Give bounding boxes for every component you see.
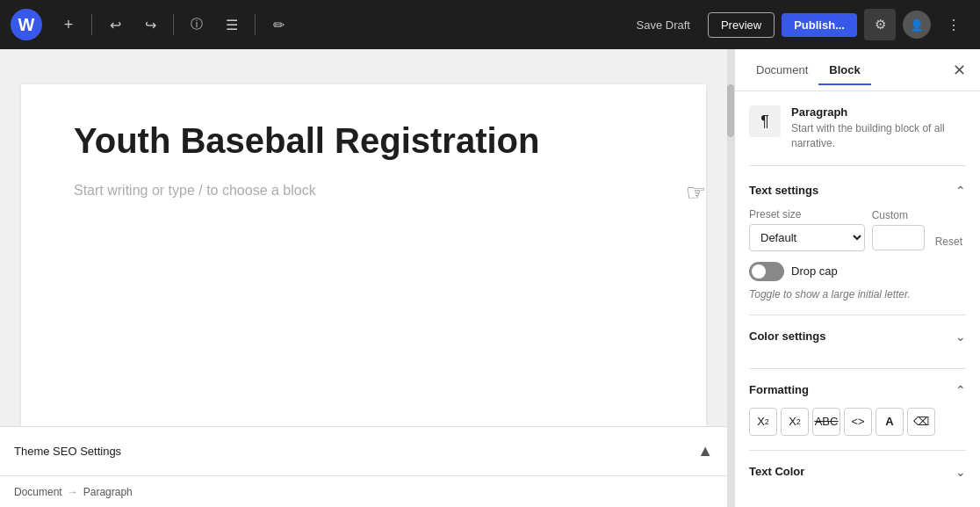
tab-document[interactable]: Document (746, 56, 818, 85)
avatar-icon: 👤 (910, 18, 924, 32)
main-area: Youth Baseball Registration Start writin… (0, 49, 980, 507)
seo-settings-label: Theme SEO Settings (14, 445, 121, 458)
toolbar-divider-2 (173, 14, 174, 35)
inline-code-btn[interactable]: <> (844, 408, 872, 436)
pencil-icon: ✏ (273, 17, 285, 33)
add-block-button[interactable]: + (53, 9, 84, 40)
breadcrumb-paragraph[interactable]: Paragraph (83, 486, 133, 498)
reset-size-button[interactable]: Reset (932, 232, 966, 251)
list-icon: ☰ (226, 17, 238, 33)
formatting-title: Formatting (749, 383, 809, 396)
text-settings-section: Text settings ⌃ Preset size Default Smal… (749, 184, 966, 315)
avatar-button[interactable]: 👤 (903, 11, 931, 39)
preset-size-select[interactable]: Default Small Medium Large X-Large (749, 224, 865, 251)
seo-section[interactable]: Theme SEO Settings (14, 445, 121, 458)
toolbar: W + ↩ ↪ ⓘ ☰ ✏ Save Draft Preview Publish… (0, 0, 980, 49)
list-view-button[interactable]: ☰ (216, 9, 248, 40)
text-color-chevron: ⌄ (955, 465, 966, 479)
toolbar-left: W + ↩ ↪ ⓘ ☰ ✏ (11, 9, 626, 40)
breadcrumb-arrow: → (68, 486, 78, 498)
text-color-section: Text Color ⌄ (749, 465, 966, 479)
breadcrumb-bar: Document → Paragraph (0, 475, 727, 507)
preset-size-row: Preset size Default Small Medium Large X… (749, 208, 966, 251)
save-draft-button[interactable]: Save Draft (626, 13, 701, 37)
right-sidebar: Document Block ✕ ¶ Paragraph Start with … (734, 49, 980, 507)
editor-scroll[interactable]: Youth Baseball Registration Start writin… (0, 49, 727, 426)
formatting-section: Formatting ⌃ X2 X2 ABC <> A ⌫ (749, 383, 966, 451)
undo-icon: ↩ (110, 17, 121, 33)
toolbar-right: Save Draft Preview Publish... ⚙ 👤 ⋮ (626, 9, 969, 40)
custom-col: Custom (872, 209, 925, 250)
drop-cap-toggle[interactable] (749, 262, 784, 281)
add-icon: + (64, 16, 74, 34)
drop-cap-hint: Toggle to show a large initial letter. (749, 288, 966, 301)
more-options-button[interactable]: ⋮ (938, 9, 969, 40)
color-settings-header[interactable]: Color settings ⌄ (749, 330, 966, 344)
bottom-bar-right: ▲ (697, 442, 713, 460)
strikethrough-btn[interactable]: ABC (812, 408, 840, 436)
toolbar-divider-3 (255, 14, 256, 35)
format-buttons-row: X2 X2 ABC <> A ⌫ (749, 408, 966, 436)
settings-button[interactable]: ⚙ (864, 9, 896, 40)
seo-collapse-button[interactable]: ▲ (697, 442, 713, 460)
formatting-chevron: ⌃ (955, 383, 966, 397)
text-settings-header[interactable]: Text settings ⌃ (749, 184, 966, 198)
text-settings-title: Text settings (749, 184, 818, 197)
bottom-bar: Theme SEO Settings ▲ (0, 426, 727, 475)
editor-block-placeholder[interactable]: Start writing or type / to choose a bloc… (74, 183, 653, 199)
color-settings-chevron: ⌄ (955, 330, 966, 344)
clear-formatting-btn[interactable]: ⌫ (907, 408, 935, 436)
color-settings-title: Color settings (749, 330, 825, 343)
editor-area: Youth Baseball Registration Start writin… (0, 49, 727, 507)
block-info: ¶ Paragraph Start with the building bloc… (749, 105, 966, 166)
undo-button[interactable]: ↩ (99, 9, 131, 40)
editor-content[interactable]: Youth Baseball Registration Start writin… (21, 84, 706, 426)
sidebar-close-button[interactable]: ✕ (949, 59, 969, 82)
redo-button[interactable]: ↪ (134, 9, 166, 40)
preset-label: Preset size (749, 208, 865, 221)
text-color-header[interactable]: Text Color ⌄ (749, 465, 966, 479)
drop-cap-label: Drop cap (791, 264, 838, 278)
drop-cap-row: Drop cap (749, 262, 966, 281)
text-color-inline-btn[interactable]: A (876, 408, 904, 436)
block-title: Paragraph (791, 105, 966, 119)
block-description: Start with the building block of all nar… (791, 121, 966, 151)
custom-size-input[interactable] (872, 225, 925, 250)
placeholder-text: Start writing or type / to choose a bloc… (74, 183, 316, 199)
cursor-icon: ☞ (686, 179, 706, 206)
publish-button[interactable]: Publish... (782, 13, 857, 37)
editor-scrollbar[interactable] (727, 49, 734, 507)
sidebar-body: ¶ Paragraph Start with the building bloc… (735, 91, 980, 507)
post-title[interactable]: Youth Baseball Registration (74, 120, 653, 162)
superscript-btn[interactable]: X2 (749, 408, 777, 436)
gear-icon: ⚙ (875, 17, 886, 33)
block-info-text: Paragraph Start with the building block … (791, 105, 966, 151)
wp-logo[interactable]: W (11, 9, 42, 40)
info-icon: ⓘ (191, 17, 203, 33)
tab-block[interactable]: Block (818, 56, 870, 85)
formatting-header[interactable]: Formatting ⌃ (749, 383, 966, 397)
color-settings-section: Color settings ⌄ (749, 330, 966, 369)
info-button[interactable]: ⓘ (181, 9, 213, 40)
custom-size-label: Custom (872, 209, 925, 221)
preset-col: Preset size Default Small Medium Large X… (749, 208, 865, 251)
text-color-title: Text Color (749, 465, 804, 478)
sidebar-tabs: Document Block ✕ (735, 49, 980, 91)
more-icon: ⋮ (947, 17, 961, 33)
preview-button[interactable]: Preview (708, 12, 775, 38)
breadcrumb-document[interactable]: Document (14, 486, 62, 498)
text-settings-chevron: ⌃ (955, 184, 966, 198)
redo-icon: ↪ (145, 17, 156, 33)
toolbar-divider-1 (91, 14, 92, 35)
tools-button[interactable]: ✏ (263, 9, 294, 40)
paragraph-block-icon: ¶ (749, 105, 781, 137)
scrollbar-thumb[interactable] (727, 84, 734, 137)
subscript-btn[interactable]: X2 (781, 408, 809, 436)
